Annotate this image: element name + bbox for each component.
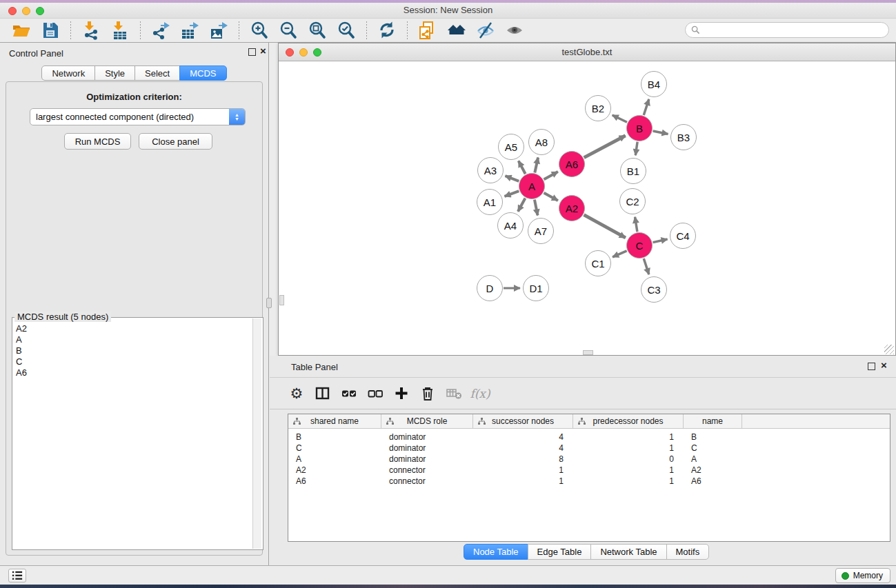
export-network-button[interactable] (146, 19, 175, 41)
graph-node-A7[interactable]: A7 (528, 218, 554, 244)
graph-node-B1[interactable]: B1 (620, 158, 646, 184)
column-header-predecessor-nodes[interactable]: predecessor nodes (573, 414, 684, 428)
tab-node-table[interactable]: Node Table (464, 544, 528, 560)
import-table-button[interactable] (106, 19, 135, 41)
column-header-shared-name[interactable]: shared name (288, 414, 381, 428)
close-panel-button[interactable]: Close panel (139, 133, 212, 150)
column-header-MCDS-role[interactable]: MCDS role (381, 414, 473, 428)
clone-network-button[interactable] (413, 19, 442, 41)
table-row[interactable]: Adominator80A (288, 454, 890, 465)
save-session-button[interactable] (36, 19, 65, 41)
column-header-successor-nodes[interactable]: successor nodes (473, 414, 573, 428)
mcds-result-item[interactable]: A2 (12, 323, 252, 334)
graph-node-A2[interactable]: A2 (559, 195, 585, 221)
zoom-fit-button[interactable] (303, 19, 332, 41)
graph-edge-A6-B[interactable] (584, 136, 626, 158)
graph-node-D1[interactable]: D1 (523, 275, 549, 301)
mcds-result-item[interactable]: B (12, 345, 252, 356)
graph-node-B4[interactable]: B4 (641, 71, 667, 97)
zoom-in-button[interactable] (245, 19, 274, 41)
houses-button[interactable] (442, 19, 471, 41)
control-tab-style[interactable]: Style (94, 65, 135, 81)
mcds-result-item[interactable]: A (12, 334, 252, 345)
zoom-out-button[interactable] (274, 19, 303, 41)
mcds-result-list[interactable]: A2ABCA6 (12, 323, 252, 549)
select-all-checks-button[interactable] (336, 382, 362, 405)
export-image-button[interactable] (204, 19, 233, 41)
float-panel-icon[interactable] (248, 48, 256, 56)
deselect-all-checks-button[interactable] (362, 382, 388, 405)
mcds-result-item[interactable]: A6 (12, 367, 252, 378)
graph-node-A8[interactable]: A8 (528, 129, 555, 155)
control-tab-network[interactable]: Network (41, 65, 95, 81)
column-header-name[interactable]: name (684, 414, 742, 428)
open-folder-button[interactable] (7, 19, 36, 41)
search-input[interactable] (700, 24, 888, 37)
graph-node-C[interactable]: C (626, 232, 653, 258)
graph-node-A3[interactable]: A3 (477, 157, 504, 183)
graph-node-A5[interactable]: A5 (498, 134, 524, 160)
graph-node-A[interactable]: A (519, 173, 545, 199)
canvas-scroll-stub-bottom[interactable] (583, 350, 593, 355)
network-canvas[interactable]: B4B2BB3A8A5A6A3B1AA1C2A2A4A7C4CC1C3DD1 (279, 62, 895, 355)
graph-edge-A-A2[interactable] (544, 193, 558, 201)
canvas-scroll-stub-left[interactable] (279, 295, 284, 305)
table-row[interactable]: Cdominator41C (288, 443, 890, 454)
table-panel-float-icon[interactable] (868, 363, 875, 370)
graph-edge-A-A1[interactable] (505, 191, 519, 196)
control-tab-mcds[interactable]: MCDS (179, 65, 226, 81)
refresh-button[interactable] (372, 19, 401, 41)
graph-node-A4[interactable]: A4 (497, 212, 524, 239)
graph-edge-C-C3[interactable] (644, 258, 649, 274)
add-column-button[interactable] (388, 382, 415, 405)
graph-edge-A2-C[interactable] (584, 215, 626, 238)
tab-motifs[interactable]: Motifs (666, 544, 710, 560)
panel-splitter-handle[interactable] (266, 298, 272, 308)
eye-slash-button[interactable] (471, 19, 500, 41)
graph-node-B3[interactable]: B3 (670, 124, 697, 150)
graph-edge-B-B3[interactable] (653, 131, 668, 134)
graph-node-B2[interactable]: B2 (585, 95, 611, 121)
mcds-result-item[interactable]: C (12, 356, 252, 367)
graph-edge-A-A5[interactable] (519, 161, 526, 174)
graph-node-C1[interactable]: C1 (585, 250, 611, 276)
graph-node-D[interactable]: D (477, 275, 503, 301)
tab-network-table[interactable]: Network Table (590, 544, 666, 560)
main-titlebar[interactable]: Session: New Session (0, 3, 896, 19)
graph-edge-B-B4[interactable] (644, 99, 649, 115)
task-history-button[interactable] (8, 569, 26, 582)
graph-edge-A-A4[interactable] (518, 199, 525, 212)
graph-node-C4[interactable]: C4 (670, 223, 696, 249)
eye-button[interactable] (500, 19, 529, 41)
gear-button[interactable]: ⚙ (283, 382, 310, 405)
graph-node-C3[interactable]: C3 (641, 276, 667, 303)
graph-node-A6[interactable]: A6 (559, 151, 585, 177)
graph-edge-C-C1[interactable] (613, 251, 627, 257)
control-tab-select[interactable]: Select (135, 65, 180, 81)
network-window-titlebar[interactable]: testGlobe.txt (279, 43, 895, 61)
import-network-button[interactable] (77, 19, 106, 41)
zoom-selected-button[interactable] (332, 19, 361, 41)
table-row[interactable]: Bdominator41B (288, 432, 890, 443)
network-view-window[interactable]: testGlobe.txt B4B2BB3A8A5A6A3B1AA1C2A2A4… (278, 43, 896, 356)
graph-node-A1[interactable]: A1 (477, 189, 503, 215)
export-table-button[interactable] (175, 19, 204, 41)
run-mcds-button[interactable]: Run MCDS (64, 133, 131, 150)
close-panel-icon[interactable]: × (260, 46, 266, 56)
window-resize-grip[interactable] (884, 345, 894, 354)
mcds-result-scrollbar[interactable] (252, 318, 261, 549)
graph-node-C2[interactable]: C2 (619, 188, 646, 214)
graph-edge-A-A6[interactable] (544, 172, 558, 179)
optimization-criterion-select[interactable]: largest connected component (directed) ▲… (30, 108, 246, 125)
memory-button[interactable]: Memory (835, 568, 890, 583)
table-panel-close-icon[interactable]: × (881, 361, 887, 370)
delete-column-button[interactable] (415, 382, 441, 405)
graph-edge-B-B2[interactable] (613, 115, 627, 122)
tab-edge-table[interactable]: Edge Table (528, 544, 592, 560)
graph-edge-A-A7[interactable] (535, 200, 538, 216)
table-row[interactable]: A6connector11A6 (288, 476, 890, 487)
search-field[interactable] (685, 22, 889, 38)
split-columns-button[interactable] (310, 382, 336, 405)
table-row[interactable]: A2connector11A2 (288, 465, 890, 476)
graph-edge-A-A3[interactable] (505, 176, 519, 181)
